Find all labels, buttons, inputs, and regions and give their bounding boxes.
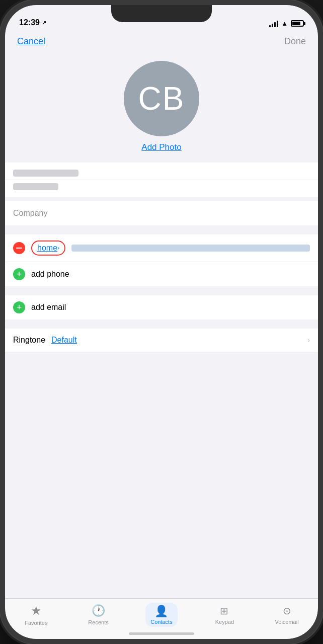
contacts-label: Contacts [150, 619, 172, 625]
battery-fill [292, 22, 300, 25]
tab-voicemail[interactable]: ⊙ Voicemail [272, 605, 302, 625]
ringtone-label: Ringtone [13, 336, 45, 345]
contacts-icon: 👤 [154, 605, 168, 618]
separator-1 [5, 229, 318, 234]
voicemail-icon: ⊙ [283, 605, 291, 617]
ringtone-row[interactable]: Ringtone Default › [5, 329, 318, 352]
email-section: + add email [5, 295, 318, 319]
keypad-icon: ⊞ [220, 605, 229, 617]
status-icons: ▲ [269, 20, 304, 27]
avatar[interactable]: CB [124, 61, 199, 136]
cancel-button[interactable]: Cancel [17, 36, 45, 47]
plus-icon: + [17, 270, 22, 279]
add-phone-button[interactable]: + [13, 268, 25, 280]
keypad-label: Keypad [215, 619, 234, 625]
battery-icon [291, 20, 304, 27]
wifi-icon: ▲ [281, 20, 288, 27]
phone-type-button[interactable]: home [37, 244, 57, 253]
favorites-label: Favorites [25, 620, 47, 626]
screen: 12:39 ↗ ▲ Cancel Done [5, 5, 318, 639]
company-placeholder[interactable]: Company [13, 209, 47, 218]
recents-label: Recents [88, 619, 108, 625]
ringtone-chevron-icon: › [307, 336, 310, 345]
last-name-field[interactable] [13, 183, 58, 190]
plus-email-icon: + [17, 303, 22, 312]
location-arrow-icon: ↗ [42, 20, 46, 26]
notch [111, 5, 212, 22]
ringtone-value[interactable]: Default [51, 336, 77, 345]
phone-frame: 12:39 ↗ ▲ Cancel Done [0, 0, 323, 644]
add-phone-label[interactable]: add phone [31, 270, 69, 279]
name-section [5, 163, 318, 197]
ringtone-left: Ringtone Default [13, 336, 77, 345]
signal-icon [269, 20, 278, 27]
separator-3 [5, 324, 318, 329]
recents-icon: 🕐 [92, 604, 105, 617]
status-time: 12:39 ↗ [19, 18, 46, 27]
add-email-button[interactable]: + [13, 301, 25, 313]
bottom-spacer [5, 356, 318, 366]
volume-up-button[interactable] [0, 116, 1, 146]
tab-keypad[interactable]: ⊞ Keypad [209, 605, 239, 625]
signal-bar-4 [277, 21, 278, 27]
phone-section: home › + add phone [5, 234, 318, 286]
mute-button[interactable] [0, 91, 1, 109]
favorites-icon: ★ [31, 604, 42, 618]
add-phone-row: + add phone [5, 262, 318, 286]
separator-2 [5, 290, 318, 295]
tab-contacts[interactable]: 👤 Contacts [145, 603, 177, 627]
phone-label-wrapper: home › [31, 240, 65, 256]
add-email-label[interactable]: add email [31, 303, 66, 312]
form-content: Company home › + add [5, 163, 318, 598]
avatar-initials: CB [138, 80, 185, 117]
done-button[interactable]: Done [284, 36, 306, 47]
add-photo-button[interactable]: Add Photo [141, 142, 181, 152]
voicemail-label: Voicemail [275, 619, 299, 625]
add-email-row: + add email [5, 295, 318, 319]
tab-favorites[interactable]: ★ Favorites [21, 604, 51, 626]
tab-recents[interactable]: 🕐 Recents [84, 604, 114, 625]
ringtone-section: Ringtone Default › [5, 329, 318, 352]
company-section: Company [5, 201, 318, 225]
first-name-field[interactable] [13, 170, 78, 177]
contacts-bg: 👤 Contacts [145, 603, 177, 627]
home-indicator [129, 632, 194, 635]
phone-number-field[interactable] [71, 245, 310, 252]
nav-bar: Cancel Done [5, 30, 318, 53]
phone-row: home › [5, 234, 318, 262]
signal-bar-2 [272, 24, 273, 27]
remove-phone-button[interactable] [13, 242, 25, 254]
phone-type-chevron-icon: › [57, 245, 59, 252]
signal-bar-3 [274, 22, 276, 27]
volume-down-button[interactable] [0, 156, 1, 186]
signal-bar-1 [269, 25, 271, 27]
avatar-section: CB Add Photo [5, 53, 318, 163]
clock: 12:39 [19, 18, 40, 27]
company-row: Company [5, 201, 318, 225]
